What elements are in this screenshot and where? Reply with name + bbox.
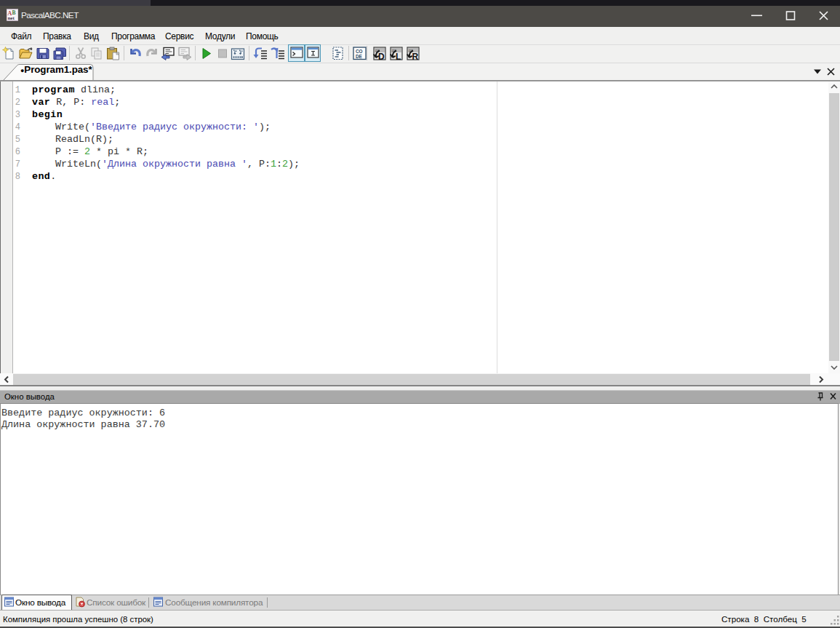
svg-text:D: D xyxy=(378,52,385,61)
svg-text:DE: DE xyxy=(356,54,363,59)
svg-text:L: L xyxy=(396,52,401,61)
svg-text:net: net xyxy=(7,15,15,21)
svg-text:R: R xyxy=(412,52,419,61)
svg-text:CO: CO xyxy=(356,49,363,54)
